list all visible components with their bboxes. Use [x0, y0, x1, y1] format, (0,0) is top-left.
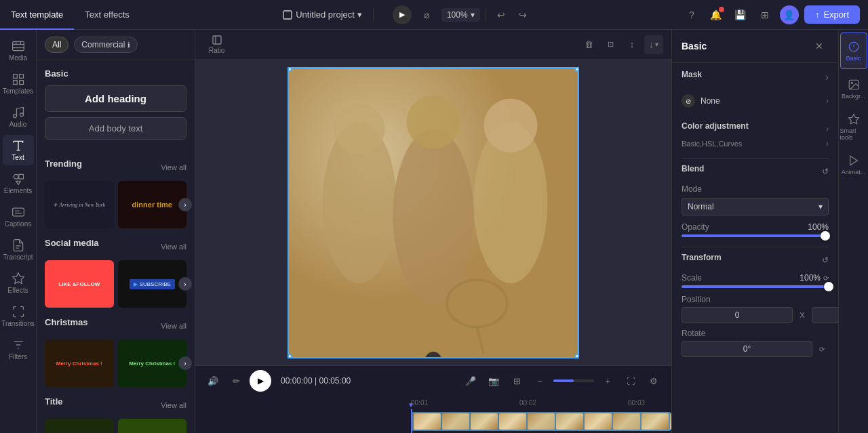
trending-view-all[interactable]: View all	[161, 163, 186, 171]
opacity-slider[interactable]	[682, 234, 829, 237]
redo-button[interactable]: ↪	[513, 5, 532, 24]
split-clip-button[interactable]: ⊡	[601, 35, 620, 54]
resize-handle-br[interactable]	[574, 354, 579, 358]
sidebar-item-effects[interactable]: Effects	[3, 268, 34, 298]
filter-all-button[interactable]: All	[45, 37, 68, 53]
save-button[interactable]: 💾	[731, 5, 750, 24]
right-sidebar-item-smart-tools[interactable]: Smart tools	[840, 108, 867, 145]
more-button[interactable]: ↓▾	[644, 35, 663, 54]
audio-toggle-button[interactable]: 🔊	[203, 371, 222, 390]
scale-slider[interactable]	[682, 285, 829, 288]
scale-slider-thumb[interactable]	[824, 282, 833, 291]
template-give-earth[interactable]: GIVE OUR EARTH CHANGE	[118, 419, 187, 433]
resize-handle-tr[interactable]	[574, 67, 579, 72]
sidebar-item-audio[interactable]: Audio	[3, 102, 34, 132]
tab-text-effects[interactable]: Text effects	[74, 0, 140, 30]
template-merry-christmas-1[interactable]: Merry Christmas !	[45, 339, 114, 387]
sidebar-item-filters[interactable]: Filters	[3, 334, 34, 365]
template-like-follow[interactable]: LIKE &FOLLOW	[45, 260, 114, 308]
caption-toggle-button[interactable]: ✏	[226, 371, 245, 390]
christmas-title: Christmas	[45, 317, 88, 327]
template-dinner-time[interactable]: dinner time	[118, 181, 187, 228]
right-sidebar-item-animate[interactable]: Animat...	[840, 146, 867, 183]
right-sidebar-item-basic[interactable]: Basic	[840, 33, 867, 69]
position-y-input[interactable]	[812, 307, 838, 323]
undo-button[interactable]: ↩	[492, 5, 511, 24]
social-media-view-all[interactable]: View all	[161, 243, 186, 251]
svg-rect-17	[12, 208, 24, 216]
sidebar-item-text[interactable]: Text	[3, 135, 34, 165]
magnet-button[interactable]: ⊞	[507, 371, 526, 390]
sidebar-item-transcript[interactable]: Transcript	[3, 234, 34, 265]
clip-thumb	[414, 413, 441, 430]
template-arriving-in-new-york[interactable]: ✈ Arriving in New York	[45, 181, 114, 228]
text-panel-scroll[interactable]: Basic Add heading Add body text Trending…	[37, 60, 195, 433]
color-adj-subtitle-row[interactable]: Basic,HSL,Curves ›	[682, 139, 829, 148]
add-body-button[interactable]: Add body text	[45, 117, 186, 140]
canvas-frame[interactable]: ⊙	[288, 67, 579, 358]
blend-mode-select[interactable]: Normal ▾	[682, 198, 829, 215]
close-panel-button[interactable]: ✕	[810, 37, 829, 56]
sidebar-item-media[interactable]: Media	[3, 35, 34, 66]
clip-thumb	[471, 413, 498, 430]
fullscreen-button[interactable]: ⛶	[621, 371, 640, 390]
trim-icon[interactable]: ⌀	[417, 5, 436, 24]
opacity-slider-thumb[interactable]	[821, 231, 830, 241]
basic-section: Basic Add heading Add body text	[45, 68, 186, 149]
undo-redo-group: ↩ ↪	[492, 5, 532, 24]
project-name[interactable]: Untitled project ▾	[282, 9, 362, 20]
tab-text-template[interactable]: Text template	[0, 0, 74, 30]
social-scroll-button[interactable]: ›	[178, 277, 192, 291]
position-x-input[interactable]	[682, 307, 793, 323]
avatar-button[interactable]: 👤	[780, 5, 799, 24]
reset-icon[interactable]: ↺	[822, 167, 829, 176]
zoom-control[interactable]: 100% ▾	[441, 8, 480, 22]
filter-commercial-button[interactable]: Commercial ℹ	[74, 37, 138, 53]
layout-button[interactable]: ⊞	[755, 5, 774, 24]
camera-button[interactable]: 📷	[484, 371, 503, 390]
zoom-slider[interactable]	[553, 379, 594, 382]
trending-scroll-button[interactable]: ›	[178, 198, 192, 211]
rotate-input[interactable]	[682, 341, 812, 357]
help-button[interactable]: ?	[682, 5, 701, 24]
settings-button[interactable]: ⚙	[644, 371, 663, 390]
shapes-icon	[12, 172, 25, 186]
play-pause-button[interactable]: ▶	[250, 370, 271, 392]
sidebar-item-transitions[interactable]: Transitions	[3, 301, 34, 331]
mic-button[interactable]: 🎤	[461, 371, 480, 390]
scale-reset-icon[interactable]: ⟳	[823, 274, 829, 282]
mask-none-row[interactable]: ⊘ None ›	[682, 90, 829, 112]
svg-marker-22	[12, 273, 24, 284]
right-sidebar-item-background[interactable]: Backgr...	[840, 70, 867, 107]
svg-point-14	[14, 174, 18, 179]
preview-play-button[interactable]: ▶	[393, 5, 412, 24]
playhead[interactable]	[411, 409, 412, 433]
sidebar-item-elements[interactable]: Elements	[3, 168, 34, 199]
christmas-view-all[interactable]: View all	[161, 322, 186, 330]
plus-zoom-button[interactable]: +	[598, 371, 617, 390]
topbar: Text template Text effects Untitled proj…	[0, 0, 868, 30]
right-panel-scroll[interactable]: Mask › ⊘ None › Color adjustment › Basic…	[672, 63, 838, 433]
sidebar-item-captions[interactable]: Captions	[3, 201, 34, 232]
add-heading-button[interactable]: Add heading	[45, 85, 186, 112]
sidebar-item-templates[interactable]: Templates	[3, 68, 34, 99]
opacity-label: Opacity	[682, 222, 709, 232]
title-view-all[interactable]: View all	[161, 401, 186, 409]
notifications-button[interactable]: 🔔 1	[707, 5, 726, 24]
export-button[interactable]: ↑ Export	[804, 5, 860, 24]
ratio-button[interactable]: Ratio	[203, 32, 230, 57]
rotate-reset-icon[interactable]: ⟳	[815, 346, 829, 353]
template-subscribe[interactable]: ▶ SUBSCRIBE	[118, 260, 187, 308]
transform-reset-icon[interactable]: ↺	[822, 255, 829, 265]
minus-zoom-button[interactable]: −	[530, 371, 549, 390]
transitions-icon	[12, 305, 25, 318]
video-clip[interactable]	[411, 412, 671, 431]
audio-adjust-button[interactable]: ↕	[623, 35, 642, 54]
delete-clip-button[interactable]: 🗑	[579, 35, 598, 54]
social-media-grid: LIKE &FOLLOW ▶ SUBSCRIBE ›	[45, 260, 186, 308]
template-merry-christmas-2[interactable]: Merry Christmas !	[118, 339, 187, 387]
title-grid: WHAT IS LOW-CARBON GIVE OUR EARTH CHANGE…	[45, 419, 186, 433]
christmas-scroll-button[interactable]: ›	[178, 356, 192, 370]
template-what-carbon[interactable]: WHAT IS LOW-CARBON	[45, 419, 114, 433]
trending-header: Trending View all	[45, 159, 186, 176]
